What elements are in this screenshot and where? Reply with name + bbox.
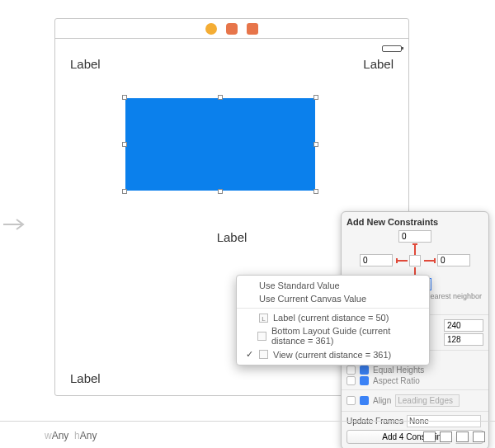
label-top-left[interactable]: Label (70, 57, 101, 71)
stack-icon[interactable] (423, 431, 436, 442)
popover-title: Add New Constraints (346, 217, 483, 227)
aspect-ratio-icon (360, 376, 369, 385)
top-spacing-input[interactable] (398, 230, 431, 243)
size-class-control[interactable]: wAny hAny (45, 430, 97, 441)
breakpoint-icon[interactable] (205, 23, 217, 35)
align-tool-icon[interactable] (440, 431, 452, 442)
w-any: Any (52, 430, 69, 441)
label-bottom-left[interactable]: Label (70, 371, 101, 385)
layout-toolbar (423, 431, 485, 442)
warning-icon[interactable] (226, 23, 238, 35)
h-any: Any (80, 430, 97, 441)
menu-option-bottom-guide[interactable]: Bottom Layout Guide (current distance = … (237, 324, 429, 347)
aspect-ratio-checkbox[interactable] (346, 376, 356, 385)
insert-arrow-icon (2, 211, 26, 239)
resize-handle-se[interactable] (314, 189, 318, 194)
height-input[interactable] (444, 333, 483, 346)
divider (342, 389, 488, 390)
top-strut-icon[interactable] (412, 243, 418, 253)
align-row: Align (346, 394, 483, 408)
left-strut-icon[interactable] (396, 257, 406, 264)
resize-handle-sw[interactable] (122, 189, 127, 194)
menu-option-label-text: Label (current distance = 50) (273, 313, 389, 323)
aspect-ratio-label: Aspect Ratio (373, 376, 420, 385)
view-type-icon (259, 350, 268, 359)
width-input[interactable] (444, 319, 483, 332)
align-select (395, 394, 460, 407)
equal-heights-icon (360, 365, 369, 375)
runtime-icon[interactable] (247, 23, 258, 35)
menu-option-view-text: View (current distance = 361) (273, 350, 391, 360)
resize-handle-e[interactable] (314, 142, 318, 147)
aspect-ratio-row[interactable]: Aspect Ratio (346, 375, 483, 386)
align-checkbox (346, 396, 356, 405)
selected-uiview[interactable] (125, 98, 315, 191)
menu-option-view[interactable]: ✓ View (current distance = 361) (237, 347, 429, 361)
h-prefix: h (74, 430, 80, 441)
left-spacing-input[interactable] (360, 254, 393, 266)
menu-separator (237, 308, 429, 309)
resize-handle-w[interactable] (122, 142, 127, 147)
menu-option-bottom-text: Bottom Layout Guide (current distance = … (271, 326, 421, 346)
label-type-icon: L (259, 314, 268, 323)
resolve-tool-icon[interactable] (473, 431, 485, 442)
divider (342, 411, 488, 412)
right-spacing-input[interactable] (437, 254, 470, 266)
check-icon: ✓ (245, 349, 254, 360)
spacing-dropdown-menu: Use Standard Value Use Current Canvas Va… (236, 275, 430, 365)
guide-type-icon (257, 332, 266, 341)
menu-option-label[interactable]: L Label (current distance = 50) (237, 311, 429, 324)
menu-use-standard[interactable]: Use Standard Value (237, 279, 429, 292)
resize-handle-s[interactable] (218, 189, 223, 194)
pin-tool-icon[interactable] (456, 431, 469, 442)
w-prefix: w (45, 430, 52, 441)
canvas-footer: wAny hAny (0, 421, 495, 448)
menu-use-canvas[interactable]: Use Current Canvas Value (237, 292, 429, 305)
center-box-icon (409, 255, 421, 266)
canvas-header (55, 19, 408, 39)
menu-use-standard-label: Use Standard Value (259, 281, 340, 290)
resize-handle-nw[interactable] (122, 95, 127, 100)
align-label: Align (373, 396, 391, 405)
menu-use-canvas-label: Use Current Canvas Value (259, 294, 366, 304)
resize-handle-n[interactable] (218, 95, 223, 100)
align-icon (360, 396, 369, 405)
equal-heights-checkbox[interactable] (346, 365, 356, 375)
resize-handle-ne[interactable] (314, 95, 318, 100)
equal-heights-label: Equal Heights (373, 365, 424, 375)
label-top-right[interactable]: Label (363, 57, 394, 71)
equal-heights-row[interactable]: Equal Heights (346, 365, 483, 375)
right-strut-icon[interactable] (424, 257, 434, 264)
